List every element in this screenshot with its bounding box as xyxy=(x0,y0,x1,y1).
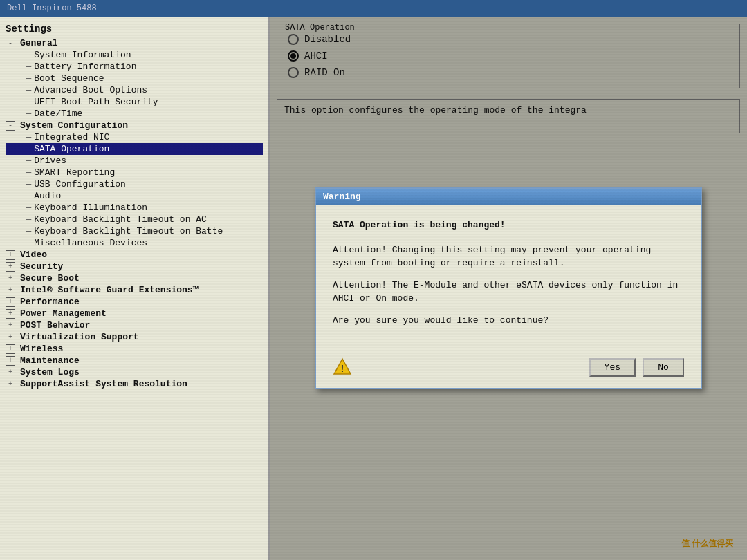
tree-label: USB Configuration xyxy=(34,179,126,189)
expand-prefix: + xyxy=(6,273,17,283)
tree-label: Performance xyxy=(20,297,80,307)
tree-item-sys-logs[interactable]: +System Logs xyxy=(6,366,263,378)
expand-plus-icon: + xyxy=(6,286,15,295)
tree-item-performance[interactable]: +Performance xyxy=(6,296,263,308)
tree-dash-prefix: — xyxy=(26,109,31,119)
tree-item-maintenance[interactable]: +Maintenance xyxy=(6,355,263,366)
tree-item-power-mgmt[interactable]: +Power Management xyxy=(6,308,263,319)
expand-plus-icon: + xyxy=(6,321,15,330)
expand-prefix: + xyxy=(6,261,17,272)
title-bar: Dell Inspiron 5488 xyxy=(0,0,747,17)
tree-item-smart-reporting[interactable]: —SMART Reporting xyxy=(6,167,263,178)
tree-label: System Configuration xyxy=(20,120,128,131)
warning-dialog: Warning SATA Operation is being changed!… xyxy=(315,187,702,389)
tree-dash-prefix: — xyxy=(26,86,31,95)
tree-item-audio[interactable]: —Audio xyxy=(6,190,263,202)
tree-item-video[interactable]: +Video xyxy=(6,249,263,261)
tree-label: Maintenance xyxy=(20,355,80,366)
tree-dash-prefix: — xyxy=(26,62,31,72)
expand-minus-icon: - xyxy=(6,39,15,48)
tree-item-usb-config[interactable]: —USB Configuration xyxy=(6,178,263,190)
expand-prefix: + xyxy=(6,332,17,342)
expand-prefix: - xyxy=(6,120,17,131)
expand-prefix: + xyxy=(6,367,17,377)
right-panel: SATA Operation DisabledAHCIRAID On This … xyxy=(270,17,747,560)
tree-item-virt-support[interactable]: +Virtualization Support xyxy=(6,331,263,343)
tree-dash-prefix: — xyxy=(26,203,31,213)
warning-main-message: SATA Operation is being changed! xyxy=(333,218,684,232)
expand-plus-icon: + xyxy=(6,344,15,354)
tree-item-system-info[interactable]: —System Information xyxy=(6,49,263,61)
yes-button[interactable]: Yes xyxy=(589,358,636,377)
tree-label: Audio xyxy=(34,191,61,201)
tree-dash-prefix: — xyxy=(26,168,31,178)
tree-label: Boot Sequence xyxy=(34,73,104,84)
tree-item-wireless[interactable]: +Wireless xyxy=(6,343,263,355)
expand-plus-icon: + xyxy=(6,380,15,389)
tree-item-intel-sge[interactable]: +Intel® Software Guard Extensions™ xyxy=(6,284,263,296)
tree-item-security[interactable]: +Security xyxy=(6,261,263,272)
tree-item-kb-illumination[interactable]: —Keyboard Illumination xyxy=(6,202,263,214)
tree-label: SMART Reporting xyxy=(34,167,115,178)
tree-item-kb-backlight-bat[interactable]: —Keyboard Backlight Timeout on Batte xyxy=(6,225,263,237)
tree-label: Advanced Boot Options xyxy=(34,85,147,95)
expand-prefix: + xyxy=(6,344,17,354)
tree-item-boot-sequence[interactable]: —Boot Sequence xyxy=(6,73,263,84)
tree-label: System Information xyxy=(34,50,131,60)
tree-label: Wireless xyxy=(20,344,63,354)
svg-text:!: ! xyxy=(340,364,345,375)
tree-item-misc-devices[interactable]: —Miscellaneous Devices xyxy=(6,237,263,249)
tree-label: Drives xyxy=(34,156,66,166)
tree-item-kb-backlight-ac[interactable]: —Keyboard Backlight Timeout on AC xyxy=(6,214,263,225)
tree-item-sata-op[interactable]: —SATA Operation xyxy=(6,143,263,155)
tree-label: Power Management xyxy=(20,308,107,319)
expand-plus-icon: + xyxy=(6,262,15,272)
tree-label: Battery Information xyxy=(34,62,136,72)
tree-item-sys-config[interactable]: -System Configuration xyxy=(6,120,263,131)
tree-label: UEFI Boot Path Security xyxy=(34,97,158,107)
warning-overlay: Warning SATA Operation is being changed!… xyxy=(270,17,747,560)
tree-item-secure-boot[interactable]: +Secure Boot xyxy=(6,272,263,284)
expand-plus-icon: + xyxy=(6,274,15,283)
warning-title: Warning xyxy=(323,192,361,202)
tree-label: Date/Time xyxy=(34,109,82,119)
tree-item-date-time[interactable]: —Date/Time xyxy=(6,108,263,120)
tree-dash-prefix: — xyxy=(26,180,31,189)
settings-tree: -General—System Information—Battery Info… xyxy=(6,37,263,390)
tree-label: Intel® Software Guard Extensions™ xyxy=(20,285,198,295)
tree-item-advanced-boot[interactable]: —Advanced Boot Options xyxy=(6,84,263,96)
expand-plus-icon: + xyxy=(6,333,15,342)
tree-item-uefi-boot[interactable]: —UEFI Boot Path Security xyxy=(6,96,263,108)
title-text: Dell Inspiron 5488 xyxy=(7,3,97,13)
tree-dash-prefix: — xyxy=(26,97,31,107)
warning-triangle-icon: ! xyxy=(333,357,352,377)
warning-footer: ! Yes No xyxy=(316,352,701,388)
expand-prefix: + xyxy=(6,285,17,295)
expand-plus-icon: + xyxy=(6,309,15,319)
expand-plus-icon: + xyxy=(6,356,15,366)
tree-item-post-behavior[interactable]: +POST Behavior xyxy=(6,319,263,331)
tree-dash-prefix: — xyxy=(26,156,31,166)
expand-prefix: + xyxy=(6,308,17,319)
tree-label: Keyboard Backlight Timeout on AC xyxy=(34,214,207,225)
expand-prefix: + xyxy=(6,379,17,389)
tree-item-support-assist[interactable]: +SupportAssist System Resolution xyxy=(6,378,263,390)
tree-dash-prefix: — xyxy=(26,74,31,84)
tree-dash-prefix: — xyxy=(26,215,31,225)
tree-item-drives[interactable]: —Drives xyxy=(6,155,263,167)
tree-item-integrated-nic[interactable]: —Integrated NIC xyxy=(6,131,263,143)
warning-attention2: Attention! The E-Module and other eSATA … xyxy=(333,279,684,306)
tree-label: System Logs xyxy=(20,367,80,377)
expand-prefix: + xyxy=(6,355,17,366)
settings-title: Settings xyxy=(6,24,263,35)
no-button[interactable]: No xyxy=(643,358,684,377)
tree-dash-prefix: — xyxy=(26,192,31,201)
tree-item-general[interactable]: -General xyxy=(6,37,263,49)
tree-dash-prefix: — xyxy=(26,133,31,142)
tree-label: Virtualization Support xyxy=(20,332,139,342)
tree-label: Secure Boot xyxy=(20,273,80,283)
left-panel: Settings -General—System Information—Bat… xyxy=(0,17,270,560)
expand-prefix: + xyxy=(6,297,17,307)
expand-plus-icon: + xyxy=(6,297,15,307)
tree-item-battery-info[interactable]: —Battery Information xyxy=(6,61,263,73)
